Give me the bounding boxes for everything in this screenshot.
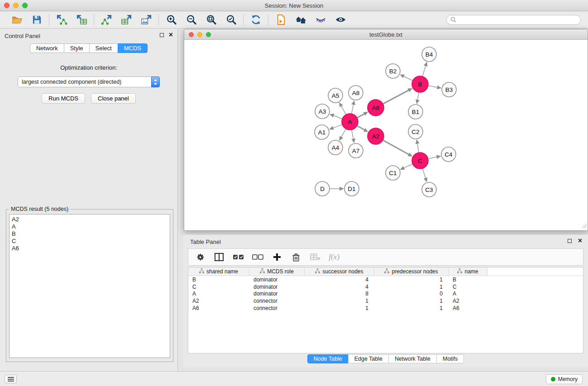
tp-tab-edge-table[interactable]: Edge Table <box>348 354 389 363</box>
zoom-fit-button[interactable] <box>204 13 218 27</box>
mcds-result-item[interactable]: A6 <box>12 245 167 252</box>
graph-edge-A-A2[interactable] <box>358 126 364 130</box>
mcds-result-item[interactable]: A2 <box>12 216 167 223</box>
mcds-result-item[interactable]: A <box>12 223 167 230</box>
graph-edge-A-A5[interactable] <box>341 106 346 114</box>
graph-node-B[interactable]: B <box>412 76 428 92</box>
network-zoom-button[interactable] <box>206 32 211 37</box>
graph-edge-B-B4[interactable] <box>423 66 426 76</box>
table-settings-button[interactable] <box>195 251 206 263</box>
graph-edge-A-A4[interactable] <box>341 129 345 137</box>
export-table-button[interactable] <box>120 13 133 27</box>
zoom-selected-button[interactable] <box>224 13 238 27</box>
open-file-button[interactable] <box>10 13 24 27</box>
graph-edge-B-B3[interactable] <box>429 86 437 88</box>
delete-column-button[interactable] <box>291 251 301 263</box>
column-header-MCDS-role[interactable]: MCDS role <box>249 267 305 276</box>
graph-node-B1[interactable]: B1 <box>408 105 423 119</box>
mcds-result-list[interactable]: A2ABCA6 <box>9 214 170 358</box>
memory-button[interactable]: Memory <box>546 374 583 384</box>
gallery-button[interactable] <box>294 13 307 27</box>
criterion-select[interactable]: largest connected component (directed) <box>18 76 160 87</box>
graph-edge-A-A3[interactable] <box>334 116 342 119</box>
save-session-button[interactable] <box>30 13 43 27</box>
graph-node-A6[interactable]: A6 <box>368 100 384 116</box>
graph-edge-B-B1[interactable] <box>417 93 419 100</box>
graph-edge-C-C4[interactable] <box>429 157 437 159</box>
graph-node-C4[interactable]: C4 <box>441 147 456 162</box>
search-box[interactable] <box>446 15 581 25</box>
zoom-out-button[interactable] <box>184 13 198 27</box>
graph-node-C1[interactable]: C1 <box>386 166 400 180</box>
resize-grip[interactable] <box>581 223 587 230</box>
network-canvas[interactable]: B4B2BB3A8A5A6A3B1AC2A1A2A4A7C4CC1C3DD1 <box>184 40 588 230</box>
import-table-button[interactable] <box>75 13 88 27</box>
zoom-in-button[interactable] <box>164 13 178 27</box>
network-minimize-button[interactable] <box>197 32 202 37</box>
run-mcds-button[interactable]: Run MCDS <box>42 93 85 104</box>
cp-tab-network[interactable]: Network <box>30 43 64 53</box>
close-panel-button[interactable]: Close panel <box>91 93 136 104</box>
graph-node-A2[interactable]: A2 <box>368 128 384 144</box>
graph-node-D[interactable]: D <box>315 181 330 196</box>
graph-node-A3[interactable]: A3 <box>315 104 330 119</box>
graph-node-D1[interactable]: D1 <box>344 181 359 196</box>
graph-node-A8[interactable]: A8 <box>349 86 363 100</box>
graph-edge-B-B2[interactable] <box>404 76 412 81</box>
column-header-predecessor-nodes[interactable]: predecessor nodes <box>374 267 449 276</box>
cp-tab-style[interactable]: Style <box>64 43 90 53</box>
column-header-name[interactable]: name <box>449 267 488 276</box>
graph-node-A1[interactable]: A1 <box>315 125 329 139</box>
graph-edge-C-C3[interactable] <box>423 169 425 178</box>
graph-node-A5[interactable]: A5 <box>328 88 343 103</box>
network-graph[interactable]: B4B2BB3A8A5A6A3B1AC2A1A2A4A7C4CC1C3DD1 <box>184 40 588 230</box>
tp-tab-node-table[interactable]: Node Table <box>307 354 349 363</box>
graph-node-B3[interactable]: B3 <box>442 82 456 97</box>
close-panel-icon[interactable]: × <box>169 33 173 37</box>
graph-node-A4[interactable]: A4 <box>328 140 343 155</box>
zoom-window-button[interactable] <box>22 3 28 8</box>
export-image-button[interactable] <box>139 13 153 27</box>
graph-edge-A2-C[interactable] <box>383 140 409 154</box>
deselect-all-button[interactable] <box>252 251 263 263</box>
float-panel-icon[interactable] <box>160 33 164 37</box>
graph-node-A[interactable]: A <box>342 114 358 130</box>
minimize-window-button[interactable] <box>13 3 19 8</box>
export-network-button[interactable] <box>100 13 113 27</box>
graph-node-A7[interactable]: A7 <box>349 143 363 158</box>
show-view-button[interactable] <box>334 13 347 27</box>
graph-edge-C-C2[interactable] <box>417 144 419 152</box>
cp-tab-mcds[interactable]: MCDS <box>118 43 148 53</box>
close-window-button[interactable] <box>4 3 10 8</box>
search-input[interactable] <box>459 17 577 23</box>
graph-edge-A-A1[interactable] <box>333 125 342 128</box>
add-column-button[interactable] <box>272 251 282 263</box>
node-table-row[interactable]: Cdominator41C <box>188 283 583 291</box>
node-table-row[interactable]: Bdominator41B <box>188 276 583 283</box>
column-header-shared-name[interactable]: shared name <box>188 267 249 276</box>
node-table-row[interactable]: Adominator80A <box>188 290 583 297</box>
hide-styles-button[interactable] <box>314 13 327 27</box>
close-table-panel-icon[interactable]: × <box>578 238 582 243</box>
network-close-button[interactable] <box>189 32 194 37</box>
select-all-button[interactable] <box>233 251 244 263</box>
show-columns-button[interactable] <box>214 251 225 263</box>
import-network-button[interactable] <box>55 13 68 27</box>
graph-edge-A-A7[interactable] <box>352 130 354 139</box>
float-table-panel-icon[interactable] <box>568 239 572 243</box>
delete-table-button[interactable] <box>310 251 320 263</box>
graph-edge-A6-B[interactable] <box>383 91 409 104</box>
open-session-file-button[interactable] <box>274 13 287 27</box>
tp-tab-motifs[interactable]: Motifs <box>436 354 464 363</box>
graph-node-B4[interactable]: B4 <box>422 47 436 62</box>
tp-tab-network-table[interactable]: Network Table <box>388 354 437 363</box>
mcds-result-item[interactable]: C <box>12 238 167 245</box>
column-header-successor-nodes[interactable]: successor nodes <box>305 267 374 276</box>
node-table-row[interactable]: A6connector11A6 <box>188 305 583 312</box>
graph-edge-C-C1[interactable] <box>404 164 412 168</box>
show-panels-button[interactable] <box>5 375 17 383</box>
graph-node-C3[interactable]: C3 <box>422 182 436 197</box>
mcds-result-item[interactable]: B <box>12 230 167 238</box>
refresh-view-button[interactable] <box>249 13 263 27</box>
graph-node-C2[interactable]: C2 <box>408 124 423 139</box>
